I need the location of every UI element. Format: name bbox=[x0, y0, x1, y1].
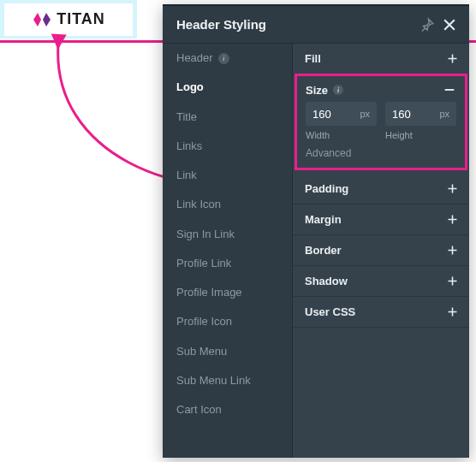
plus-icon bbox=[446, 305, 459, 318]
plus-icon bbox=[446, 182, 459, 195]
info-icon: i bbox=[218, 53, 229, 64]
panel-title: Header Styling bbox=[176, 17, 416, 32]
height-unit[interactable]: px bbox=[439, 109, 449, 119]
info-icon: i bbox=[333, 85, 343, 95]
sidebar-item-label: Header bbox=[176, 51, 213, 65]
sidebar-item-label: Logo bbox=[176, 80, 204, 94]
sidebar-item-label: Sub Menu Link bbox=[176, 374, 251, 388]
width-label: Width bbox=[306, 130, 377, 140]
sidebar-item-links[interactable]: Links bbox=[163, 132, 292, 161]
logo-text: TITAN bbox=[57, 10, 105, 28]
height-field: px Height bbox=[385, 102, 456, 140]
header-styling-panel: Header Styling Header i Logo Title bbox=[163, 4, 469, 458]
sidebar-item-label: Sub Menu bbox=[176, 345, 227, 358]
sidebar-item-title[interactable]: Title bbox=[163, 103, 292, 132]
page-header: TITAN bbox=[0, 0, 137, 38]
width-field: px Width bbox=[306, 102, 377, 140]
section-label: Border bbox=[305, 244, 342, 257]
width-unit[interactable]: px bbox=[360, 109, 370, 119]
plus-icon bbox=[446, 52, 459, 65]
width-input-wrap[interactable]: px bbox=[306, 102, 377, 126]
logo-icon bbox=[32, 9, 52, 30]
section-label: Margin bbox=[305, 213, 342, 226]
sidebar-item-label: Profile Link bbox=[176, 257, 231, 270]
section-fill[interactable]: Fill bbox=[293, 44, 469, 74]
section-label: Padding bbox=[305, 182, 348, 195]
content: Fill Size i bbox=[293, 44, 469, 458]
sidebar-item-link-icon[interactable]: Link Icon bbox=[163, 190, 292, 219]
logo[interactable]: TITAN bbox=[4, 3, 133, 36]
sidebar-item-cart-icon[interactable]: Cart Icon bbox=[163, 395, 292, 424]
sidebar-item-label: Cart Icon bbox=[176, 403, 222, 417]
panel-header: Header Styling bbox=[163, 4, 469, 44]
sidebar-item-profile-link[interactable]: Profile Link bbox=[163, 249, 292, 278]
sidebar: Header i Logo Title Links Link Link Icon bbox=[163, 44, 293, 458]
section-label: Size bbox=[306, 84, 328, 97]
sidebar-item-logo[interactable]: Logo bbox=[163, 73, 292, 102]
sidebar-item-profile-image[interactable]: Profile Image bbox=[163, 278, 292, 307]
sidebar-item-label: Profile Image bbox=[176, 286, 242, 299]
sidebar-item-label: Sign In Link bbox=[176, 228, 235, 241]
plus-icon bbox=[446, 275, 459, 287]
sidebar-item-label: Link Icon bbox=[176, 198, 221, 211]
height-input[interactable] bbox=[392, 108, 439, 121]
plus-icon bbox=[446, 244, 459, 257]
sidebar-item-sub-menu[interactable]: Sub Menu bbox=[163, 337, 292, 366]
canvas: TITAN Header Styling Header i bbox=[0, 0, 476, 462]
section-size: Size i px Width bbox=[295, 74, 467, 170]
section-label: Fill bbox=[305, 52, 321, 65]
section-border[interactable]: Border bbox=[293, 235, 469, 266]
sidebar-item-label: Title bbox=[176, 110, 197, 124]
sidebar-item-label: Link bbox=[176, 169, 197, 182]
sidebar-item-profile-icon[interactable]: Profile Icon bbox=[163, 307, 292, 336]
sidebar-item-link[interactable]: Link bbox=[163, 161, 292, 190]
sidebar-item-header[interactable]: Header i bbox=[163, 44, 292, 73]
sidebar-item-sub-menu-link[interactable]: Sub Menu Link bbox=[163, 366, 292, 395]
sidebar-item-sign-in-link[interactable]: Sign In Link bbox=[163, 220, 292, 249]
advanced-link[interactable]: Advanced bbox=[306, 147, 456, 159]
height-label: Height bbox=[385, 130, 456, 140]
section-label: Shadow bbox=[305, 275, 348, 287]
section-shadow[interactable]: Shadow bbox=[293, 266, 469, 297]
size-header[interactable]: Size i bbox=[306, 81, 456, 102]
sidebar-item-label: Profile Icon bbox=[176, 315, 232, 329]
section-margin[interactable]: Margin bbox=[293, 204, 469, 235]
pin-icon[interactable] bbox=[416, 14, 438, 36]
height-input-wrap[interactable]: px bbox=[385, 102, 456, 126]
sidebar-item-label: Links bbox=[176, 139, 202, 153]
panel-body: Header i Logo Title Links Link Link Icon bbox=[163, 44, 469, 458]
section-label: User CSS bbox=[305, 305, 355, 318]
plus-icon bbox=[446, 213, 459, 226]
section-user-css[interactable]: User CSS bbox=[293, 297, 469, 328]
close-icon[interactable] bbox=[438, 14, 461, 36]
width-input[interactable] bbox=[312, 108, 360, 121]
section-padding[interactable]: Padding bbox=[293, 174, 469, 204]
minus-icon bbox=[443, 83, 456, 97]
